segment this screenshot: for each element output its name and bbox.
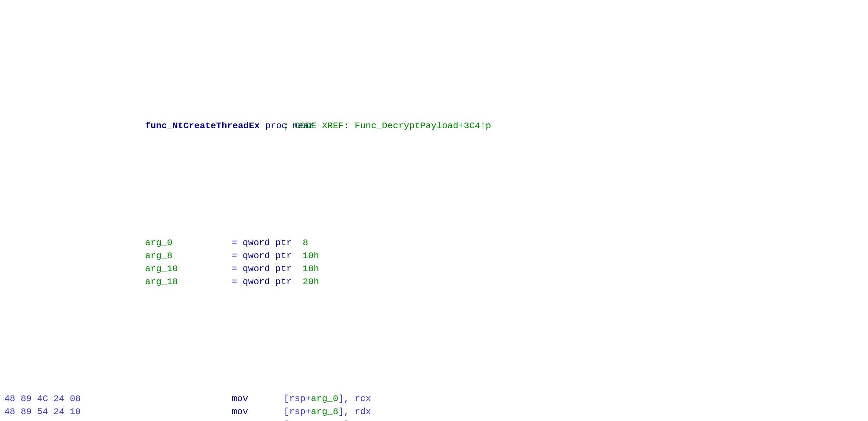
bytes-col <box>4 236 145 249</box>
xref-suffix: ↑p <box>480 121 491 131</box>
arg-def: = qword ptr 10h <box>232 249 864 262</box>
arg-name: arg_10 <box>145 262 232 275</box>
blank-row <box>4 327 864 340</box>
opcode-bytes: 48 89 54 24 10 <box>4 405 145 418</box>
bytes-col <box>4 249 145 262</box>
bytes-col <box>4 120 145 133</box>
operand-pre: [rsp+ <box>284 394 311 404</box>
instruction-row[interactable]: 4C 89 44 24 18mov[rsp+arg_10], r8 <box>4 418 864 421</box>
instruction-row[interactable]: 48 89 4C 24 08mov[rsp+arg_0], rcx <box>4 392 864 405</box>
blank-row <box>4 172 864 185</box>
mnemonic: mov <box>232 418 284 421</box>
arg-def: = qword ptr 8 <box>232 236 864 249</box>
instruction-row[interactable]: 48 89 54 24 10mov[rsp+arg_8], rdx <box>4 405 864 418</box>
operand-post: ], rcx <box>338 394 371 404</box>
operands: [rsp+arg_0], rcx <box>284 392 864 405</box>
mnemonic: mov <box>232 405 284 418</box>
bytes-col <box>4 262 145 275</box>
bytes-col <box>4 275 145 288</box>
mnemonic-indent <box>145 392 232 405</box>
operand-arg: arg_8 <box>311 407 338 417</box>
mnemonic: mov <box>232 392 284 405</box>
operands: [rsp+arg_8], rdx <box>284 405 864 418</box>
arg-name: arg_18 <box>145 275 232 288</box>
disassembly-listing[interactable]: func_NtCreateThreadEx proc near ; CODE X… <box>0 65 868 421</box>
arg-name: arg_0 <box>145 236 232 249</box>
arg-def: = qword ptr 20h <box>232 275 864 288</box>
stack-arg-row: arg_8= qword ptr 10h <box>4 249 864 262</box>
xref-prefix: ; CODE XREF: <box>284 121 355 131</box>
label-col: func_NtCreateThreadEx proc near <box>145 120 232 133</box>
arg-def: = qword ptr 18h <box>232 262 864 275</box>
operands: [rsp+arg_10], r8 <box>284 418 864 421</box>
stack-arg-row: arg_18= qword ptr 20h <box>4 275 864 288</box>
xref-target[interactable]: Func_DecryptPayload+3C4 <box>355 121 480 131</box>
spacer <box>232 120 284 133</box>
arg-name: arg_8 <box>145 249 232 262</box>
xref: ; CODE XREF: Func_DecryptPayload+3C4↑p <box>284 120 864 133</box>
operand-arg: arg_0 <box>311 394 338 404</box>
mnemonic-indent <box>145 418 232 421</box>
mnemonic-indent <box>145 405 232 418</box>
opcode-bytes: 48 89 4C 24 08 <box>4 392 145 405</box>
stack-arg-row: arg_10= qword ptr 18h <box>4 262 864 275</box>
opcode-bytes: 4C 89 44 24 18 <box>4 418 145 421</box>
stack-arg-row: arg_0= qword ptr 8 <box>4 236 864 249</box>
proc-header-row: func_NtCreateThreadEx proc near ; CODE X… <box>4 120 864 133</box>
operand-pre: [rsp+ <box>284 407 311 417</box>
operand-post: ], rdx <box>338 407 371 417</box>
